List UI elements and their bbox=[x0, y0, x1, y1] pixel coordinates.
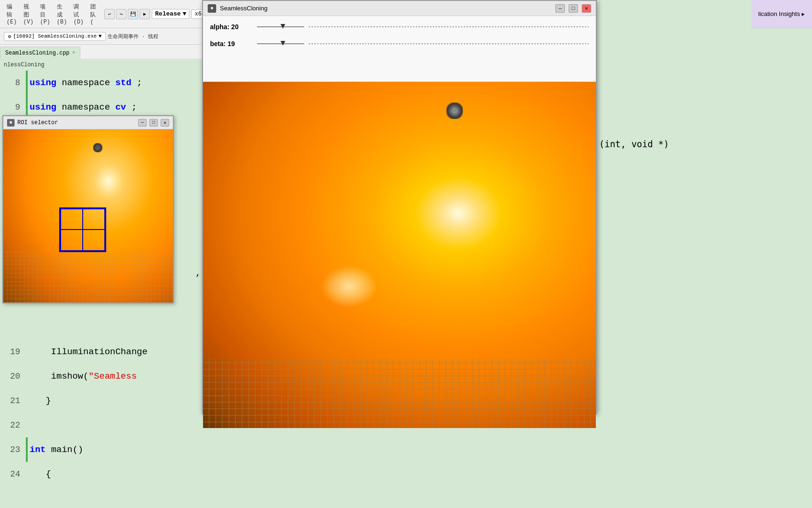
process-info[interactable]: ⚙ [16892] SeamlessCloning.exe ▼ bbox=[4, 32, 106, 41]
orange-large-image bbox=[203, 82, 596, 428]
release-label: Release bbox=[155, 10, 181, 17]
tab-label: SeamlessCloning.cpp bbox=[5, 50, 70, 56]
alpha-handle[interactable] bbox=[281, 24, 285, 29]
alpha-track[interactable] bbox=[309, 26, 589, 27]
line-num-19: 19 bbox=[0, 340, 26, 364]
code-content-20: imshow("Seamless bbox=[30, 364, 202, 389]
seamless-maximize-button[interactable]: □ bbox=[569, 4, 578, 13]
line-indicator-22 bbox=[26, 413, 30, 437]
beta-handle[interactable] bbox=[281, 41, 285, 46]
tab-close[interactable]: × bbox=[72, 50, 75, 56]
menu-view[interactable]: 视图(V) bbox=[21, 2, 37, 26]
dropdown-arrow2: ▼ bbox=[99, 33, 102, 39]
bottom-grid-texture bbox=[203, 359, 596, 428]
seamless-window: ■ SeamlessCloning — □ ✕ alpha: 20 beta: … bbox=[202, 0, 597, 414]
redo-button[interactable]: ↪ bbox=[116, 9, 126, 19]
keyword-std: std bbox=[115, 78, 131, 88]
alpha-slider-row: alpha: 20 bbox=[210, 23, 589, 31]
line-indicator-20 bbox=[26, 364, 30, 389]
code-line-partial-rec: rec bbox=[0, 315, 202, 340]
line-num-22: 22 bbox=[0, 413, 26, 437]
file-tabs: SeamlessCloning.cpp × bbox=[0, 45, 202, 59]
roi-maximize-button[interactable]: □ bbox=[149, 119, 158, 127]
keyword-using2: using bbox=[30, 102, 56, 112]
roi-titlebar: ■ ROI selector — □ ✕ bbox=[3, 116, 173, 129]
line-indicator-8 bbox=[26, 71, 30, 95]
code-line-21: 21 } bbox=[0, 389, 202, 413]
partial-right-code: (int, void *) bbox=[597, 68, 812, 508]
code-line-24: 24 { bbox=[0, 462, 202, 486]
line-indicator-21 bbox=[26, 389, 30, 413]
roi-minimize-button[interactable]: — bbox=[138, 119, 147, 127]
undo-button[interactable]: ↩ bbox=[104, 9, 115, 19]
process-label: [16892] SeamlessCloning.exe bbox=[13, 33, 97, 39]
roi-close-button[interactable]: ✕ bbox=[161, 119, 169, 127]
code-content-23: int main() bbox=[30, 437, 202, 462]
line-num-8: 8 bbox=[0, 71, 26, 95]
beta-slider-row: beta: 19 bbox=[210, 40, 589, 48]
menu-project[interactable]: 项目(P) bbox=[37, 2, 53, 26]
partial-int-void: (int, void *) bbox=[597, 134, 812, 154]
right-panel: lication Insights ▸ (int, void *) bbox=[597, 0, 812, 508]
partial-rec: rec bbox=[26, 322, 202, 333]
code-line-23: 23 int main() bbox=[0, 437, 202, 462]
beta-label: beta: 19 bbox=[210, 40, 252, 48]
code-content-24: { bbox=[30, 462, 202, 486]
beta-track[interactable] bbox=[309, 43, 589, 44]
app-insights-bar[interactable]: lication Insights ▸ bbox=[751, 0, 812, 28]
toolbar-menu: 编辑(E) 视图(V) 项目(P) 生成(B) 调试(D) 团队( bbox=[4, 2, 99, 26]
line-num-23: 23 bbox=[0, 437, 26, 462]
line-indicator-23 bbox=[26, 437, 30, 462]
process-icon: ⚙ bbox=[8, 33, 11, 40]
menu-build[interactable]: 生成(B) bbox=[54, 2, 70, 26]
code-line-22: 22 bbox=[0, 413, 202, 437]
release-dropdown[interactable]: Release ▼ bbox=[152, 9, 189, 19]
roi-orange-image bbox=[3, 129, 173, 302]
keyword-using: using bbox=[30, 78, 56, 88]
build-button[interactable]: ▶ bbox=[140, 9, 150, 19]
tab-seamlesscloning[interactable]: SeamlessCloning.cpp × bbox=[0, 47, 80, 59]
toolbar2: ⚙ [16892] SeamlessCloning.exe ▼ 生命周期事件 ·… bbox=[0, 28, 202, 45]
roi-cell-tl bbox=[61, 209, 83, 230]
app-insights-label: lication Insights ▸ bbox=[758, 10, 805, 17]
line-indicator-24 bbox=[26, 462, 30, 486]
toolbar: 编辑(E) 视图(V) 项目(P) 生成(B) 调试(D) 团队( ↩ ↪ 💾 … bbox=[0, 0, 202, 28]
roi-selection-box[interactable] bbox=[59, 207, 106, 252]
seamless-title-icon: ■ bbox=[208, 4, 216, 13]
seamless-minimize-button[interactable]: — bbox=[555, 4, 565, 13]
menu-debug[interactable]: 调试(D) bbox=[70, 2, 86, 26]
seamless-image bbox=[203, 82, 596, 428]
alpha-label: alpha: 20 bbox=[210, 23, 252, 31]
seamless-close-button[interactable]: ✕ bbox=[582, 4, 591, 13]
roi-title-text: ROI selector bbox=[17, 119, 135, 126]
keyword-cv: cv bbox=[115, 102, 126, 112]
line-num-20: 20 bbox=[0, 364, 26, 389]
line-indicator-19 bbox=[26, 340, 30, 364]
dropdown-arrow: ▼ bbox=[183, 10, 187, 17]
sliders-area: alpha: 20 beta: 19 bbox=[203, 16, 596, 82]
save-button[interactable]: 💾 bbox=[128, 9, 138, 19]
line-num-21: 21 bbox=[0, 389, 26, 413]
seamless-title-text: SeamlessCloning bbox=[220, 5, 552, 12]
roi-image bbox=[3, 129, 173, 302]
seamless-titlebar: ■ SeamlessCloning — □ ✕ bbox=[203, 1, 596, 16]
orange-highlight bbox=[321, 265, 377, 308]
code-line-20: 20 imshow("Seamless bbox=[0, 364, 202, 389]
menu-edit[interactable]: 编辑(E) bbox=[4, 2, 20, 26]
roi-cell-tr bbox=[83, 209, 105, 230]
toolbar-buttons: ↩ ↪ 💾 ▶ bbox=[104, 9, 150, 19]
roi-inner-grid bbox=[61, 209, 105, 251]
code-line-19: 19 IlluminationChange bbox=[0, 340, 202, 364]
code-content-19: IlluminationChange bbox=[30, 340, 202, 364]
orange-stem-large bbox=[446, 103, 463, 119]
line-num-24: 24 bbox=[0, 462, 26, 486]
code-line-8: 8 using namespace std ; bbox=[0, 71, 202, 95]
code-content-8: using namespace std ; bbox=[30, 71, 202, 95]
alpha-slider-line bbox=[257, 26, 304, 27]
beta-slider-line bbox=[257, 43, 304, 44]
roi-title-icon: ■ bbox=[7, 119, 15, 127]
menu-team[interactable]: 团队( bbox=[87, 2, 99, 26]
orange-texture bbox=[3, 251, 173, 302]
breadcrumb: nlessCloning bbox=[0, 59, 202, 71]
roi-cell-bl bbox=[61, 230, 83, 251]
